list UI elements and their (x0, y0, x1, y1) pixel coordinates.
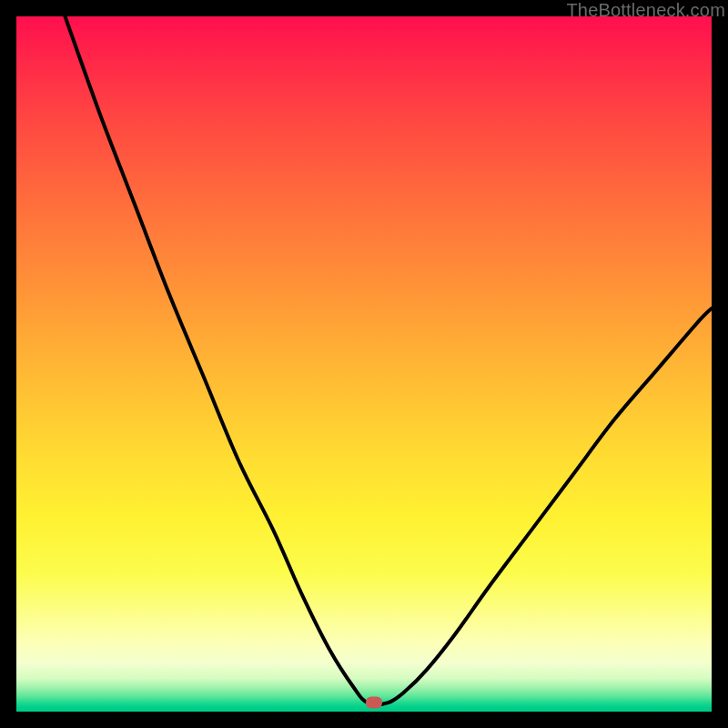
chart-frame: TheBottleneck.com (0, 0, 728, 728)
plot-area (16, 16, 712, 712)
watermark-text: TheBottleneck.com (566, 0, 725, 21)
optimum-marker (366, 697, 382, 709)
bottleneck-curve (16, 16, 712, 712)
curve-path (65, 16, 712, 704)
